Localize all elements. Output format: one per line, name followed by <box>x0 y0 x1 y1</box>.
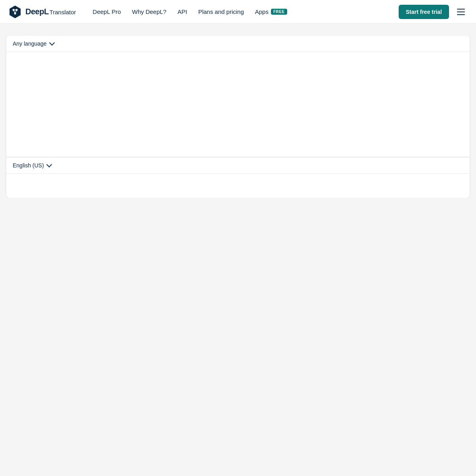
nav-item-apps[interactable]: Apps FREE <box>250 5 292 18</box>
svg-marker-0 <box>10 6 21 18</box>
hamburger-line-3 <box>457 14 465 15</box>
target-text-output <box>6 174 470 198</box>
brand-name: DeepL Translator <box>25 7 76 16</box>
nav-item-why-deepl[interactable]: Why DeepL? <box>127 5 171 18</box>
navbar-actions: Start free trial <box>399 5 468 19</box>
translator-container: Any language English (US) <box>6 36 470 198</box>
source-panel: Any language <box>6 36 470 157</box>
source-language-selector[interactable]: Any language <box>6 36 470 52</box>
brand-deepl-text: DeepL <box>25 7 49 16</box>
source-text-input[interactable] <box>6 52 470 155</box>
brand-translator-text: Translator <box>50 9 76 15</box>
apps-free-badge: FREE <box>271 9 287 15</box>
target-language-selector[interactable]: English (US) <box>6 157 470 174</box>
source-language-chevron-icon <box>49 40 55 46</box>
brand-logo-link[interactable]: DeepL Translator <box>8 5 76 19</box>
target-language-label: English (US) <box>13 162 44 169</box>
target-language-chevron-icon <box>46 162 52 167</box>
nav-item-deepl-pro[interactable]: DeepL Pro <box>88 5 126 18</box>
hamburger-line-1 <box>457 9 465 10</box>
deepl-logo-icon <box>8 5 22 19</box>
bottom-area <box>6 198 470 459</box>
start-free-trial-button[interactable]: Start free trial <box>399 5 449 19</box>
main-content: Any language English (US) <box>0 24 476 476</box>
nav-links: DeepL Pro Why DeepL? API Plans and prici… <box>88 5 399 18</box>
nav-item-api[interactable]: API <box>173 5 192 18</box>
nav-item-plans-pricing[interactable]: Plans and pricing <box>194 5 249 18</box>
hamburger-line-2 <box>457 12 465 12</box>
target-panel: English (US) <box>6 157 470 198</box>
navbar: DeepL Translator DeepL Pro Why DeepL? AP… <box>0 0 476 24</box>
hamburger-menu-button[interactable] <box>454 5 468 19</box>
source-language-label: Any language <box>13 40 47 47</box>
